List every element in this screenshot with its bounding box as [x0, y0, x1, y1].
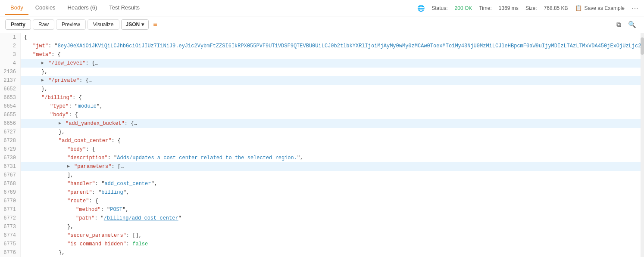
tab-body[interactable]: Body [5, 1, 28, 15]
globe-icon: 🌐 [417, 5, 425, 12]
line-number: 6656 [0, 119, 20, 128]
scrollbar-thumb[interactable] [641, 37, 644, 55]
line-number: 6772 [0, 214, 20, 223]
line-number: 6769 [0, 188, 20, 197]
line-number: 3 [0, 50, 20, 59]
save-label: Save as Example [585, 5, 625, 11]
status-label: Status: [431, 5, 447, 11]
line-number: 6728 [0, 136, 20, 145]
code-line: "add_cost_center": { [21, 136, 644, 145]
code-line: "secure_parameters": [], [21, 231, 644, 240]
line-number: 2 [0, 42, 20, 50]
line-number: 6774 [0, 231, 20, 240]
code-line: "method": "POST", [21, 205, 644, 214]
line-number: 6770 [0, 197, 20, 205]
more-options-icon[interactable]: ⋯ [631, 4, 639, 12]
line-number: 6654 [0, 102, 20, 111]
line-numbers: 1234213621376652665366546655665667276728… [0, 33, 21, 257]
status-value: 200 OK [455, 5, 472, 11]
collapse-arrow-icon[interactable] [67, 162, 72, 171]
collapse-arrow-icon[interactable] [41, 76, 47, 85]
code-line: "body": { [21, 145, 644, 154]
line-number: 4 [0, 59, 20, 68]
line-number: 6731 [0, 162, 20, 171]
code-line: }, [21, 248, 644, 257]
size-value: 768.85 KB [544, 5, 568, 11]
code-line: }, [21, 223, 644, 231]
line-number: 6775 [0, 240, 20, 248]
line-number: 6730 [0, 154, 20, 162]
preview-button[interactable]: Preview [56, 19, 86, 30]
code-line: "is_command_hidden": false [21, 240, 644, 248]
code-line: }, [21, 85, 644, 93]
code-line: "body": { [21, 111, 644, 119]
code-line: "jwt": "8eyJ0eXAiOiJKV1QiLCJhbGciOiJIUz7… [21, 42, 644, 50]
line-number: 6771 [0, 205, 20, 214]
line-number: 6652 [0, 85, 20, 93]
line-number: 2137 [0, 76, 20, 85]
raw-button[interactable]: Raw [33, 19, 54, 30]
line-number: 6727 [0, 128, 20, 136]
format-label: JSON [126, 22, 140, 28]
filter-icon[interactable]: ≡ [153, 21, 157, 28]
code-line: "description": "Adds/updates a cost cent… [21, 154, 644, 162]
code-line[interactable]: "parameters": [… [21, 162, 644, 171]
code-line: "path": "/billing/add_cost_center" [21, 214, 644, 223]
line-number: 2136 [0, 68, 20, 76]
time-label: Time: [479, 5, 492, 11]
code-line[interactable]: "add_yandex_bucket": {… [21, 119, 644, 128]
time-value: 1369 ms [499, 5, 519, 11]
code-line: { [21, 33, 644, 42]
code-line[interactable]: "/low_level": {… [21, 59, 644, 68]
format-dropdown[interactable]: JSON ▾ [121, 19, 149, 30]
code-line: "parent": "billing", [21, 188, 644, 197]
collapse-arrow-icon[interactable] [59, 119, 64, 128]
code-line: "route": { [21, 197, 644, 205]
code-line: "/billing": { [21, 93, 644, 102]
save-icon: 📋 [575, 5, 582, 11]
save-as-example-button[interactable]: 📋 Save as Example [575, 5, 625, 11]
code-line[interactable]: "/private": {… [21, 76, 644, 85]
scrollbar-track[interactable] [641, 33, 644, 257]
code-viewer: 1234213621376652665366546655665667276728… [0, 33, 644, 257]
tab-headers[interactable]: Headers (6) [63, 1, 103, 15]
line-number: 6729 [0, 145, 20, 154]
code-line: "type": "module", [21, 102, 644, 111]
code-line: ], [21, 171, 644, 180]
tab-test-results[interactable]: Test Results [104, 1, 145, 15]
code-line: }, [21, 68, 644, 76]
format-bar: Pretty Raw Preview Visualize JSON ▾ ≡ ⧉ … [0, 16, 644, 33]
code-line: "meta": { [21, 50, 644, 59]
line-number: 1 [0, 33, 20, 42]
size-label: Size: [525, 5, 537, 11]
collapse-arrow-icon[interactable] [41, 59, 47, 68]
line-number: 6773 [0, 223, 20, 231]
tab-bar: Body Cookies Headers (6) Test Results 🌐 … [0, 0, 644, 16]
code-line: }, [21, 128, 644, 136]
pretty-button[interactable]: Pretty [5, 19, 31, 30]
status-bar: 🌐 Status: 200 OK Time: 1369 ms Size: 768… [417, 4, 639, 12]
code-line: "handler": "add_cost_center", [21, 180, 644, 188]
line-number: 6655 [0, 111, 20, 119]
visualize-button[interactable]: Visualize [88, 19, 119, 30]
line-number: 6653 [0, 93, 20, 102]
line-number: 6767 [0, 171, 20, 180]
search-icon[interactable]: 🔍 [625, 19, 639, 30]
line-number: 6776 [0, 248, 20, 257]
code-content[interactable]: {"jwt": "8eyJ0eXAiOiJKV1QiLCJhbGciOiJIUz… [21, 33, 644, 257]
tab-cookies[interactable]: Cookies [30, 1, 61, 15]
copy-icon[interactable]: ⧉ [614, 19, 624, 30]
chevron-down-icon: ▾ [141, 22, 144, 28]
line-number: 6768 [0, 180, 20, 188]
